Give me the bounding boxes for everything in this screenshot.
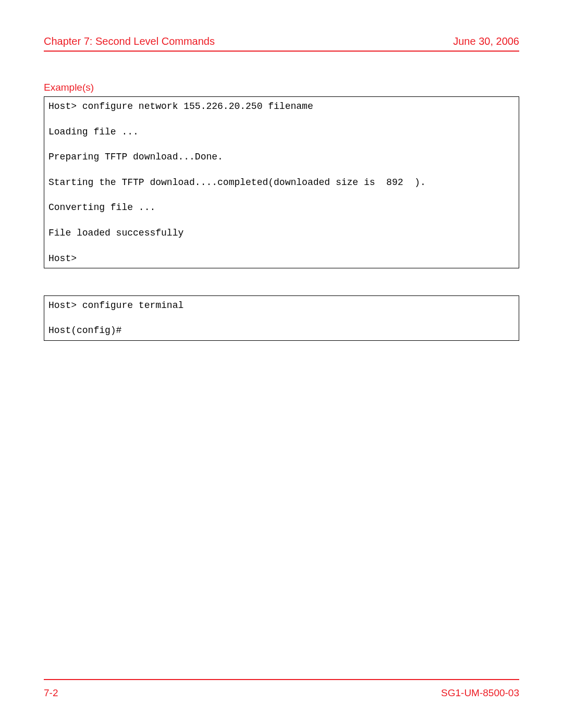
page-number: 7-2 (44, 687, 58, 699)
section-title: Example(s) (44, 82, 519, 93)
chapter-title: Chapter 7: Second Level Commands (44, 35, 215, 47)
code-block-2: Host> configure terminal Host(config)# (44, 295, 519, 341)
page-header: Chapter 7: Second Level Commands June 30… (44, 35, 519, 52)
code-block-1: Host> configure network 155.226.20.250 f… (44, 96, 519, 268)
document-id: SG1-UM-8500-03 (441, 687, 519, 699)
header-date: June 30, 2006 (453, 35, 519, 47)
page-footer: 7-2 SG1-UM-8500-03 (44, 679, 519, 699)
